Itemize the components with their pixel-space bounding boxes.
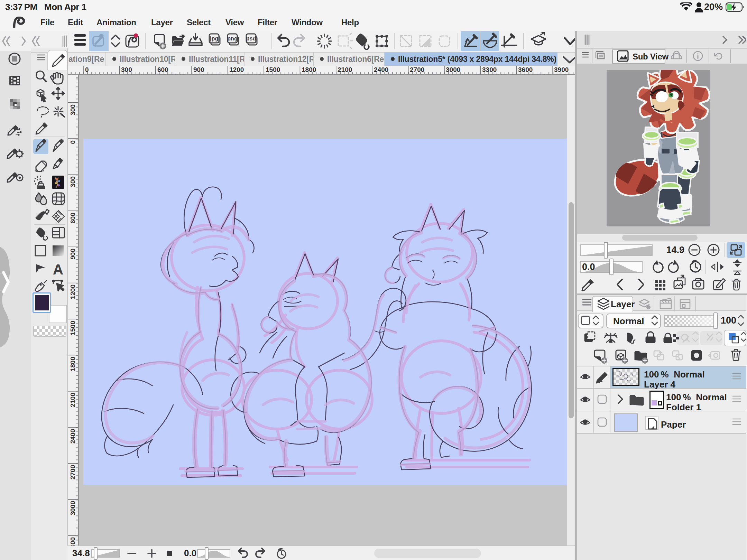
svg-text:A: A bbox=[53, 261, 63, 278]
svg-text:png: png bbox=[227, 36, 237, 41]
svg-text:0: 0 bbox=[69, 140, 76, 144]
svg-text:300: 300 bbox=[69, 104, 76, 115]
svg-text:300: 300 bbox=[69, 176, 76, 187]
svg-text:Sub View: Sub View bbox=[633, 52, 668, 61]
svg-text:1200: 1200 bbox=[229, 66, 244, 73]
svg-text:600: 600 bbox=[157, 66, 168, 73]
svg-text:2700: 2700 bbox=[410, 66, 424, 73]
svg-text:2700: 2700 bbox=[69, 465, 76, 479]
svg-text:jpg: jpg bbox=[210, 36, 218, 41]
svg-text:1500: 1500 bbox=[69, 321, 76, 335]
svg-text:1800: 1800 bbox=[302, 66, 316, 73]
svg-text:3300: 3300 bbox=[69, 537, 76, 545]
svg-text:3000: 3000 bbox=[69, 501, 76, 515]
svg-text:2100: 2100 bbox=[338, 66, 352, 73]
svg-text:psd: psd bbox=[246, 36, 256, 41]
svg-text:2100: 2100 bbox=[69, 393, 76, 407]
svg-text:2400: 2400 bbox=[374, 66, 388, 73]
svg-text:1800: 1800 bbox=[69, 357, 76, 371]
svg-text:2400: 2400 bbox=[69, 429, 76, 444]
svg-text:3600: 3600 bbox=[518, 66, 533, 73]
svg-text:Layer: Layer bbox=[611, 299, 635, 309]
svg-text:900: 900 bbox=[193, 66, 204, 73]
svg-text:900: 900 bbox=[69, 249, 76, 260]
svg-text:3000: 3000 bbox=[446, 66, 460, 73]
svg-text:1200: 1200 bbox=[69, 284, 76, 299]
svg-text:300: 300 bbox=[121, 66, 132, 73]
svg-text:1500: 1500 bbox=[266, 66, 280, 73]
svg-text:3900: 3900 bbox=[554, 66, 569, 73]
svg-text:600: 600 bbox=[69, 213, 76, 224]
svg-text:3300: 3300 bbox=[482, 66, 497, 73]
svg-text:0: 0 bbox=[85, 66, 89, 73]
